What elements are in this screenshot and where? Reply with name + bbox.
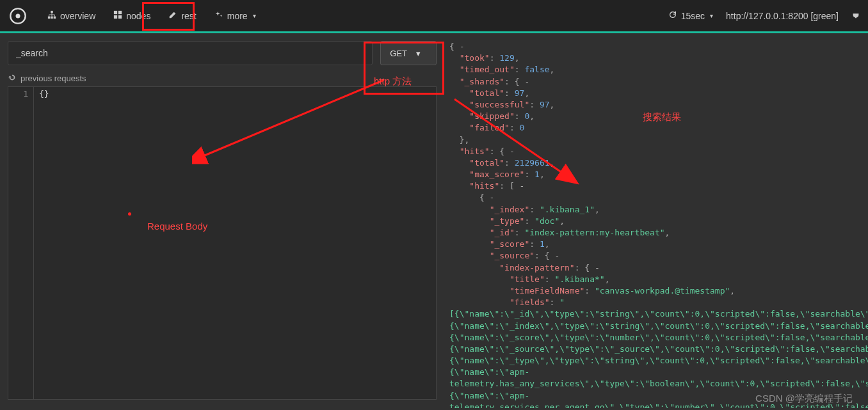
magic-icon [214,10,223,21]
nav-nodes[interactable]: nodes [104,0,159,31]
navbar: overview nodes rest more 15sec [0,0,868,33]
refresh-interval[interactable]: 15sec [668,10,713,21]
method-label: GET [390,49,407,58]
nav-more[interactable]: more [205,0,265,31]
sitemap-icon [47,10,56,21]
history-icon [8,73,17,84]
http-method-select[interactable]: GET ▾ [380,41,437,65]
request-body-editor[interactable]: 1 {} [8,86,437,400]
svg-point-1 [16,13,20,18]
response-panel: { - "took": 129, "timed_out": false, "_s… [444,33,868,408]
svg-rect-9 [118,15,122,19]
svg-rect-6 [114,11,117,14]
nav-label: overview [60,11,95,21]
nav-label: nodes [126,11,150,21]
previous-requests-link[interactable]: previous requests [8,73,437,84]
refresh-icon [668,10,677,21]
chevron-down-icon: ▾ [416,49,421,58]
grid-icon [113,10,122,21]
logo [8,6,28,26]
main-content: GET ▾ previous requests 1 {} { - "took":… [0,33,868,408]
svg-rect-5 [54,17,56,19]
cluster-host[interactable]: http://127.0.0.1:8200 [green] [726,11,839,21]
svg-rect-2 [51,11,53,13]
nav-overview[interactable]: overview [38,0,104,31]
edit-icon [168,10,177,21]
editor-content[interactable]: {} [34,87,436,399]
svg-rect-8 [114,15,117,19]
path-input[interactable] [8,41,373,65]
nav-rest[interactable]: rest [159,0,205,31]
svg-rect-7 [118,11,122,14]
plug-icon [851,10,860,21]
request-panel: GET ▾ previous requests 1 {} [0,33,444,408]
line-number: 1 [8,89,28,99]
svg-rect-3 [48,17,51,19]
refresh-label: 15sec [681,11,705,21]
svg-rect-4 [51,17,53,19]
body-text: {} [39,89,49,99]
nav-label: rest [181,11,196,21]
prev-req-label: previous requests [20,74,86,83]
editor-gutter: 1 [8,87,34,399]
watermark: CSDN @学亮编程手记 [755,393,853,405]
host-label: http://127.0.0.1:8200 [green] [726,11,839,21]
nav-label: more [227,11,248,21]
disconnect-button[interactable] [851,10,860,21]
